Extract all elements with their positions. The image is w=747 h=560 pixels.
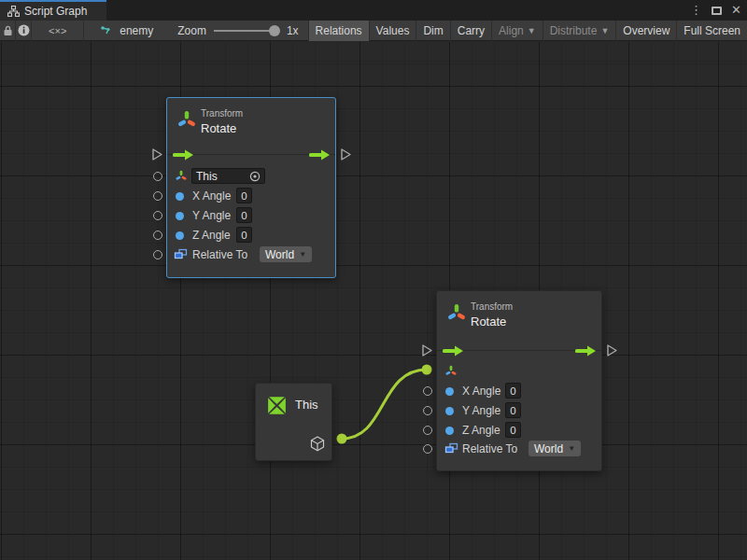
fullscreen-button[interactable]: Full Screen (677, 21, 747, 41)
z-angle-input-port[interactable] (153, 231, 162, 240)
transform-icon (444, 365, 458, 378)
x-angle-row: X Angle 0 (437, 382, 601, 400)
x-angle-value-field[interactable]: 0 (505, 383, 521, 399)
float-port-icon (176, 192, 184, 201)
node-title: Rotate (471, 315, 506, 329)
y-angle-row: Y Angle 0 (437, 401, 601, 420)
zoom-label: Zoom (162, 24, 212, 37)
graph-reference[interactable]: enemy (84, 24, 162, 37)
node-category: Transform (201, 108, 243, 119)
zoom-slider[interactable] (214, 30, 275, 32)
dim-button[interactable]: Dim (416, 21, 450, 41)
float-port-icon (445, 387, 454, 396)
connection-wire (0, 42, 747, 560)
relative-to-row: Relative To World ▼ (167, 245, 335, 264)
y-angle-value-field[interactable]: 0 (236, 207, 252, 223)
lock-icon (3, 25, 13, 36)
relative-to-input-port[interactable] (153, 250, 162, 259)
y-angle-input-port[interactable] (423, 406, 432, 415)
relative-to-row: Relative To World ▼ (437, 440, 601, 458)
float-port-icon (176, 212, 184, 220)
target-input-port[interactable] (153, 172, 162, 181)
flow-row (437, 342, 601, 360)
this-node[interactable]: This (255, 383, 332, 461)
flow-output-port[interactable] (341, 148, 351, 161)
chevron-down-icon: ▼ (568, 444, 575, 453)
graph-ref-icon (101, 25, 114, 36)
transform-icon (175, 170, 188, 183)
z-angle-value-field[interactable]: 0 (505, 422, 521, 438)
y-angle-input-port[interactable] (153, 211, 162, 220)
y-angle-value-field[interactable]: 0 (505, 402, 521, 418)
float-port-icon (445, 407, 454, 415)
lock-button[interactable] (0, 21, 16, 41)
flow-out-arrow-icon (575, 345, 596, 357)
code-view-button[interactable]: <×> (32, 21, 84, 41)
node-title: Rotate (201, 121, 236, 135)
z-angle-input-port[interactable] (423, 426, 432, 435)
enum-icon (444, 442, 458, 455)
transform-icon (176, 109, 198, 132)
gameobject-cube-icon (310, 436, 325, 452)
flow-in-arrow-icon (443, 345, 463, 357)
rotate-node-2[interactable]: Transform Rotate (436, 290, 602, 471)
info-icon (18, 24, 30, 36)
zoom-slider-handle[interactable] (269, 25, 280, 36)
relative-to-input-port[interactable] (423, 444, 432, 454)
flow-output-port[interactable] (607, 344, 617, 357)
z-angle-row: Z Angle 0 (437, 421, 601, 440)
rotate-node-1[interactable]: Transform Rotate T (166, 97, 336, 278)
object-picker-icon[interactable] (249, 171, 261, 182)
z-angle-row: Z Angle 0 (167, 226, 335, 245)
graph-canvas[interactable]: Transform Rotate T (0, 42, 747, 560)
relative-to-dropdown[interactable]: World ▼ (529, 441, 581, 456)
node-category: Transform (471, 301, 513, 312)
target-row: This (167, 167, 335, 186)
target-object-field[interactable]: This (191, 168, 265, 184)
tab-script-graph[interactable]: Script Graph (0, 0, 106, 21)
align-button[interactable]: Align ▼ (492, 21, 543, 41)
rotate-node-1-header[interactable]: Transform Rotate (167, 98, 335, 143)
overview-button[interactable]: Overview (616, 21, 677, 41)
graph-toolbar: <×> enemy Zoom 1x Relations Values Dim C… (0, 21, 747, 41)
relative-to-dropdown[interactable]: World ▼ (260, 246, 312, 262)
x-angle-input-port[interactable] (423, 386, 432, 396)
transform-icon (445, 302, 468, 325)
window-menu-icon[interactable]: ⋮ (690, 0, 702, 21)
window-tab-bar: Script Graph ⋮ ✕ (0, 0, 747, 21)
y-angle-row: Y Angle 0 (167, 206, 335, 225)
zoom-value: 1x (277, 24, 308, 37)
script-graph-icon (7, 6, 20, 17)
flow-in-arrow-icon (173, 149, 193, 161)
carry-button[interactable]: Carry (451, 21, 492, 41)
tab-label: Script Graph (24, 5, 87, 18)
distribute-button[interactable]: Distribute ▼ (543, 21, 617, 41)
close-icon[interactable]: ✕ (731, 0, 741, 21)
chevron-down-icon: ▼ (600, 26, 609, 35)
x-angle-value-field[interactable]: 0 (236, 188, 252, 203)
relations-button[interactable]: Relations (308, 21, 370, 41)
target-row-connected (437, 362, 601, 381)
rotate-node-2-header[interactable]: Transform Rotate (437, 291, 601, 336)
info-button[interactable] (16, 21, 32, 41)
graph-ref-label: enemy (120, 24, 153, 37)
z-angle-value-field[interactable]: 0 (236, 227, 252, 243)
values-button[interactable]: Values (370, 21, 417, 41)
x-angle-input-port[interactable] (153, 191, 162, 201)
float-port-icon (445, 427, 454, 435)
x-angle-row: X Angle 0 (167, 187, 335, 205)
code-view-icon: <×> (49, 25, 66, 36)
flow-input-port[interactable] (152, 148, 162, 161)
this-node-label: This (295, 398, 318, 412)
maximize-icon[interactable] (712, 7, 722, 15)
flow-input-port[interactable] (422, 344, 432, 357)
flow-row (167, 146, 335, 164)
this-converge-icon (264, 393, 289, 418)
chevron-down-icon: ▼ (299, 250, 306, 259)
enum-icon (174, 248, 188, 261)
float-port-icon (176, 231, 184, 240)
chevron-down-icon: ▼ (528, 26, 536, 35)
flow-out-arrow-icon (309, 149, 330, 161)
